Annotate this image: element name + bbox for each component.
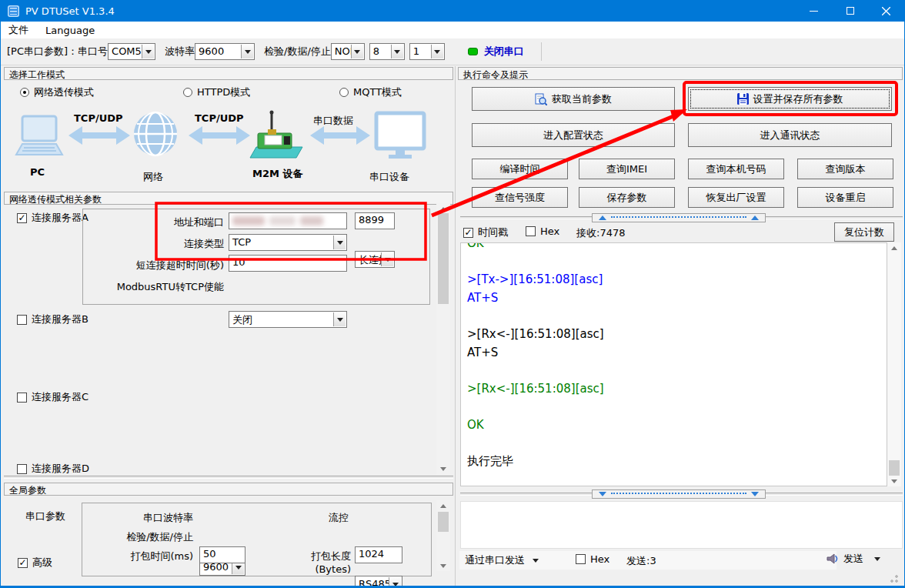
log-scrollbar[interactable] — [887, 242, 901, 486]
baud-select[interactable]: 9600 — [195, 43, 255, 60]
pack-time-input[interactable]: 50 — [199, 546, 245, 563]
timestamp-checkbox[interactable]: ✓ 时间戳 — [463, 226, 508, 239]
double-arrow-icon — [189, 126, 250, 145]
pack-len-label: 打包长度(Bytes) — [278, 550, 351, 575]
server-c-checkbox[interactable]: 连接服务器C — [17, 390, 88, 404]
conn-mode-select[interactable]: 长连接 — [355, 251, 395, 268]
window-close-button[interactable] — [868, 0, 904, 22]
chevron-down-icon — [337, 241, 343, 245]
query-local-number-button[interactable]: 查询本机号码 — [688, 159, 784, 179]
pc-serial-label: [PC串口参数]：串口号 — [7, 45, 108, 58]
log-line: AT+S — [461, 344, 887, 362]
save-all-params-button[interactable]: 设置并保存所有参数 — [688, 87, 892, 111]
query-imei-button[interactable]: 查询IMEI — [579, 159, 675, 179]
command-section-header: 执行命令及提示 — [458, 67, 903, 80]
conn-type-select[interactable]: TCP — [229, 234, 347, 251]
radio-icon — [183, 88, 192, 97]
chevron-down-icon — [874, 557, 880, 561]
get-params-button[interactable]: 获取当前参数 — [472, 87, 675, 111]
enter-config-state-button[interactable]: 进入配置状态 — [472, 123, 675, 147]
scroll-up-icon[interactable] — [436, 203, 450, 214]
address-input[interactable] — [229, 212, 347, 229]
chevron-down-icon — [533, 559, 539, 563]
chevron-down-icon — [145, 50, 152, 54]
redacted-address-value — [232, 216, 343, 226]
node-label-m2m: M2M 设备 — [252, 167, 302, 181]
query-version-button[interactable]: 查询版本 — [797, 159, 893, 179]
send-hex-checkbox[interactable]: Hex — [576, 553, 609, 565]
chevron-down-icon — [235, 566, 242, 570]
parity-select[interactable]: NONI — [331, 43, 365, 60]
enter-comm-state-button[interactable]: 进入通讯状态 — [688, 123, 892, 147]
factory-reset-button[interactable]: 恢复出厂设置 — [688, 187, 784, 208]
stopbits-select[interactable]: 1 — [409, 43, 445, 60]
server-d-checkbox[interactable]: 连接服务器D — [17, 462, 89, 476]
modbus-enable-select[interactable]: 关闭 — [229, 311, 347, 328]
globe-icon — [134, 112, 177, 155]
send-via-serial-dropdown[interactable]: 通过串口发送 — [465, 553, 539, 567]
serial-toolbar: [PC串口参数]：串口号 COM5 波特率 9600 检验/数据/停止 NONI… — [1, 38, 904, 65]
query-signal-button[interactable]: 查信号强度 — [472, 187, 568, 208]
server-a-checkbox[interactable]: ✓ 连接服务器A — [17, 211, 88, 225]
recv-count: 接收:7478 — [576, 226, 625, 240]
send-button[interactable]: 发送 — [826, 552, 880, 566]
menu-language[interactable]: Language — [45, 25, 95, 36]
scroll-up-icon[interactable] — [887, 242, 901, 253]
parity-label: 检验/数据/停止 — [264, 45, 331, 58]
toolbar-separator — [541, 42, 542, 61]
blue-floppy-icon — [737, 93, 749, 105]
scroll-down-icon[interactable] — [436, 463, 450, 474]
node-label-serial-device: 串口设备 — [369, 170, 409, 184]
chevron-down-icon — [245, 50, 251, 54]
splitter-groove[interactable] — [4, 476, 453, 479]
splitter-arrow-icon — [751, 492, 759, 496]
checkbox-icon — [576, 554, 586, 564]
double-arrow-icon — [68, 126, 130, 145]
left-panel-scrollbar[interactable] — [436, 203, 450, 474]
mode-option-transparent[interactable]: 网络透传模式 — [20, 85, 94, 99]
com-port-select[interactable]: COM5 — [108, 43, 155, 60]
mode-option-mqtt[interactable]: MQTT模式 — [339, 85, 402, 99]
chevron-down-icon — [385, 258, 391, 262]
device-restart-button[interactable]: 设备重启 — [797, 187, 893, 208]
scroll-up-icon[interactable] — [436, 500, 450, 511]
splitter-handle[interactable] — [592, 489, 766, 499]
log-line: OK — [461, 242, 887, 253]
menu-file[interactable]: 文件 — [8, 23, 28, 37]
address-label: 地址和端口 — [139, 215, 224, 229]
resize-grip[interactable] — [890, 575, 898, 583]
splitter-handle[interactable] — [592, 213, 766, 222]
window-maximize-button[interactable] — [832, 0, 868, 22]
scrollbar-thumb[interactable] — [438, 512, 449, 532]
save-params-button[interactable]: 保存参数 — [579, 187, 675, 208]
compile-time-button[interactable]: 编译时间 — [472, 159, 568, 179]
splitter-leader — [611, 216, 746, 218]
scroll-down-icon[interactable] — [436, 560, 450, 571]
advanced-checkbox[interactable]: ✓ 高级 — [18, 556, 52, 570]
log-output[interactable]: OK >[Tx->][16:51:08][asc] AT+S >[Rx<-][1… — [460, 242, 887, 486]
recv-hex-checkbox[interactable]: Hex — [526, 226, 559, 237]
pack-time-label: 打包时间(ms) — [112, 550, 193, 563]
g-parity-label: 检验/数据/停止 — [112, 530, 193, 544]
close-port-button[interactable]: 关闭串口 — [484, 45, 524, 58]
send-input[interactable] — [460, 501, 903, 549]
g-flow-select[interactable]: RS485 — [355, 576, 402, 588]
splitter-leader — [611, 493, 746, 494]
splitter-arrow-icon — [751, 215, 759, 220]
document-magnifier-icon — [535, 93, 547, 105]
scrollbar-thumb[interactable] — [889, 460, 900, 476]
minimize-icon — [810, 11, 818, 12]
databits-select[interactable]: 8 — [369, 43, 405, 60]
pack-len-input[interactable]: 1024 — [355, 546, 402, 563]
scrollbar-thumb[interactable] — [438, 213, 449, 304]
scroll-down-icon[interactable] — [887, 476, 901, 486]
global-panel-scrollbar[interactable] — [436, 500, 450, 571]
reset-count-button[interactable]: 复位计数 — [834, 222, 894, 242]
window-minimize-button[interactable] — [796, 0, 832, 22]
short-conn-timeout-input[interactable]: 10 — [229, 255, 347, 272]
server-b-checkbox[interactable]: 连接服务器B — [17, 312, 88, 326]
port-input[interactable]: 8899 — [355, 212, 395, 229]
splitter-arrow-icon — [599, 215, 606, 220]
mode-option-httpd[interactable]: HTTPD模式 — [183, 85, 250, 99]
radio-selected-icon — [20, 88, 29, 97]
